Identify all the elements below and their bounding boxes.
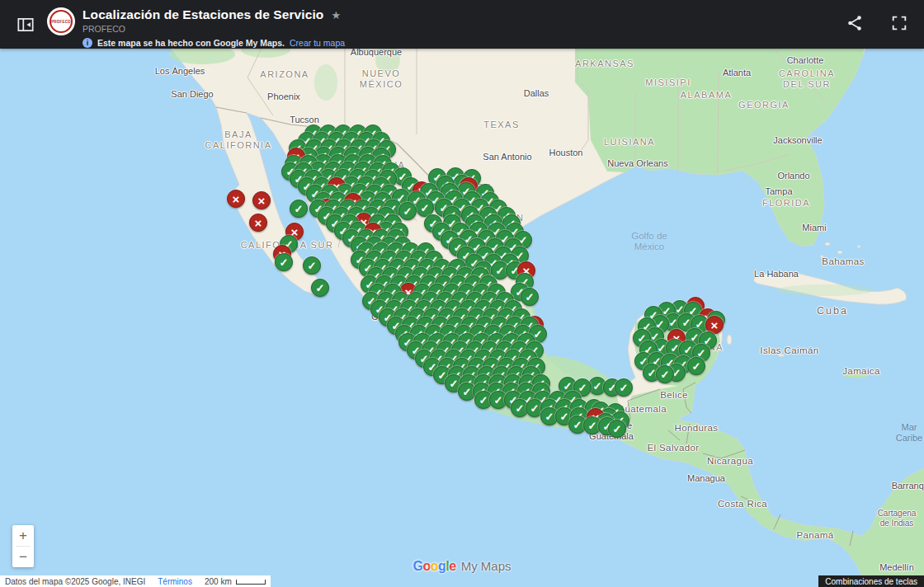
- profeco-logo: PROFECO: [47, 7, 75, 35]
- info-row: i Este mapa se ha hecho con Google My Ma…: [82, 38, 345, 48]
- scale-control: 200 km: [205, 577, 266, 586]
- fullscreen-button[interactable]: [890, 14, 908, 35]
- title-block: Localización de Estaciones de Servicio ★…: [82, 7, 345, 48]
- station-marker-ok[interactable]: ✓: [615, 378, 633, 397]
- zoom-out-button[interactable]: −: [12, 547, 34, 567]
- header-actions: [846, 14, 908, 35]
- station-marker-ok[interactable]: ✓: [303, 256, 321, 275]
- info-text: Este mapa se ha hecho con Google My Maps…: [97, 38, 285, 48]
- station-marker-ok[interactable]: ✓: [290, 200, 308, 218]
- scale-text: 200 km: [205, 577, 232, 586]
- side-panel-toggle-icon[interactable]: [15, 14, 36, 35]
- station-marker-ok[interactable]: ✓: [398, 202, 417, 220]
- zoom-control: + −: [12, 525, 34, 567]
- station-marker-ok[interactable]: ✓: [275, 253, 293, 271]
- station-marker-fail[interactable]: ×: [252, 191, 271, 209]
- share-button[interactable]: [846, 14, 864, 35]
- star-icon: ★: [331, 9, 341, 21]
- map-owner: PROFECO: [82, 24, 345, 34]
- station-marker-ok[interactable]: ✓: [687, 357, 705, 375]
- zoom-in-button[interactable]: +: [12, 525, 34, 546]
- keyboard-shortcuts-button[interactable]: Combinaciones de teclas: [818, 575, 924, 587]
- station-marker-fail[interactable]: ×: [249, 214, 267, 232]
- scale-bar: [236, 580, 266, 585]
- info-icon: i: [82, 38, 92, 48]
- create-map-link[interactable]: Crear tu mapa: [290, 38, 345, 48]
- station-marker-ok[interactable]: ✓: [311, 279, 329, 297]
- station-marker-fail[interactable]: ×: [227, 190, 245, 208]
- station-marker-ok[interactable]: ✓: [608, 420, 626, 438]
- map-attribution: Datos del mapa ©2025 Google, INEGI Térmi…: [0, 575, 271, 587]
- station-marker-ok[interactable]: ✓: [521, 288, 539, 306]
- profeco-logo-text: PROFECO: [50, 10, 73, 33]
- map-title: Localización de Estaciones de Servicio: [82, 7, 323, 22]
- header-bar: PROFECO Localización de Estaciones de Se…: [0, 0, 924, 49]
- markers-layer: ✓✓✓✓✓✓✓✓✓✓✓✓✓✓✓✓✓✓✓✓✓✓✓✓×✓✓✓✓✓✓✓✓✓✓✓✓✓✓✓…: [0, 0, 924, 587]
- my-maps-viewer: AlbuquerqueLos ÁngelesSan DiegoARIZONAPh…: [0, 0, 924, 587]
- map-data-text: Datos del mapa ©2025 Google, INEGI: [5, 577, 145, 586]
- station-marker-ok[interactable]: ✓: [656, 365, 674, 383]
- terms-link[interactable]: Términos: [158, 577, 192, 586]
